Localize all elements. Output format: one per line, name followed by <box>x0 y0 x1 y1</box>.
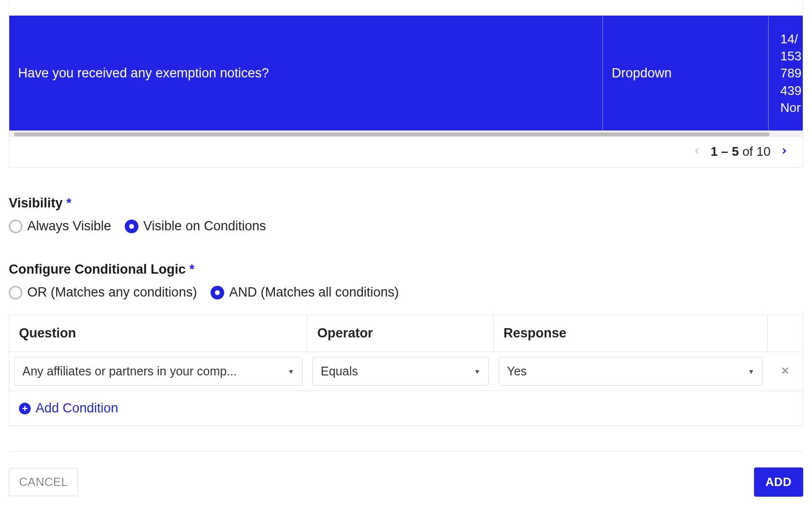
response-select[interactable]: Yes ▼ <box>499 357 763 386</box>
pager-prev-button[interactable] <box>690 144 704 159</box>
col-question: Question <box>9 315 308 352</box>
close-icon <box>780 364 791 379</box>
operator-select[interactable]: Equals ▼ <box>312 357 489 386</box>
radio-or[interactable]: OR (Matches any conditions) <box>9 285 197 300</box>
divider <box>9 451 803 452</box>
chevron-down-icon: ▼ <box>288 368 294 375</box>
condition-row: Any affiliates or partners in your comp.… <box>9 352 803 391</box>
conditions-header: Question Operator Response <box>9 315 803 352</box>
cancel-button[interactable]: CANCEL <box>9 468 78 496</box>
footer-actions: CANCEL ADD <box>9 467 803 497</box>
pagination: 1 – 5 of 10 <box>9 137 803 167</box>
horizontal-scrollbar[interactable] <box>9 130 803 137</box>
question-select[interactable]: Any affiliates or partners in your comp.… <box>14 357 303 386</box>
chevron-down-icon: ▼ <box>474 368 481 375</box>
pager-range: 1 – 5 of 10 <box>711 144 771 159</box>
table-row-selected[interactable]: Have you received any exemption notices?… <box>9 17 803 130</box>
delete-condition-button[interactable] <box>768 359 803 384</box>
col-operator: Operator <box>308 315 494 352</box>
add-button[interactable]: ADD <box>754 467 804 497</box>
chevron-down-icon: ▼ <box>748 368 754 375</box>
scrollbar-thumb[interactable] <box>14 132 770 136</box>
logic-radio-group: OR (Matches any conditions) AND (Matches… <box>9 285 803 300</box>
visibility-radio-group: Always Visible Visible on Conditions <box>9 219 803 234</box>
visibility-label: Visibility * <box>9 196 803 211</box>
col-actions <box>768 315 803 352</box>
add-condition-button[interactable]: + Add Condition <box>19 401 118 416</box>
question-table: Have you received any exemption notices?… <box>9 0 803 168</box>
pager-next-button[interactable] <box>777 144 791 159</box>
radio-visible-on-conditions[interactable]: Visible on Conditions <box>125 219 266 234</box>
row-question: Have you received any exemption notices? <box>18 64 269 83</box>
radio-always-visible[interactable]: Always Visible <box>9 219 111 234</box>
logic-label: Configure Conditional Logic * <box>9 262 803 277</box>
row-values: 14/ 153 789 439 Nor <box>769 17 803 130</box>
col-response: Response <box>494 315 768 352</box>
table-row <box>9 0 803 17</box>
row-type: Dropdown <box>612 64 672 83</box>
radio-and[interactable]: AND (Matches all conditions) <box>211 285 399 300</box>
plus-circle-icon: + <box>19 403 31 414</box>
conditions-table: Question Operator Response Any affiliate… <box>9 315 803 426</box>
